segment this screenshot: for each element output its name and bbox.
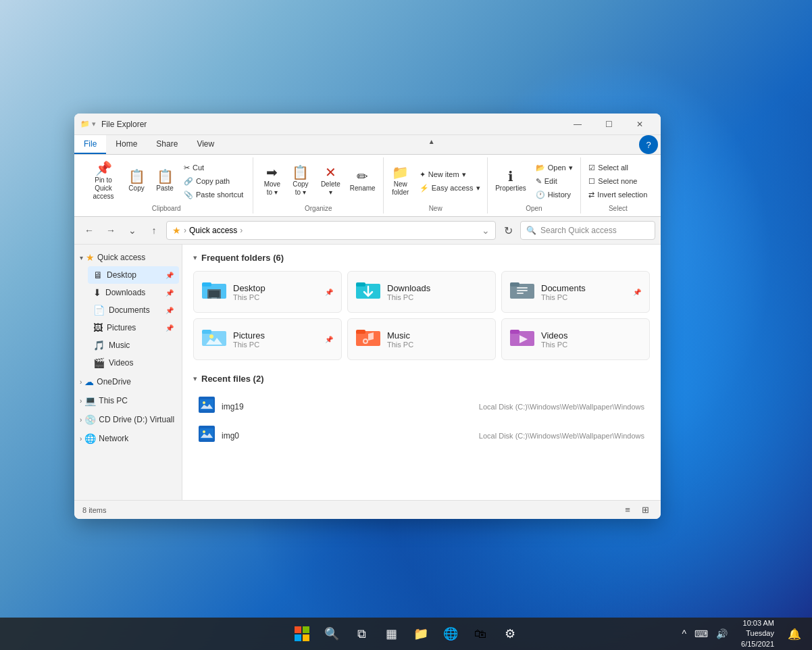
pin-to-quick-access-button[interactable]: 📌 Pin to Quickaccess bbox=[85, 159, 122, 203]
rename-button[interactable]: ✏ Rename bbox=[347, 167, 378, 195]
folder-card-music[interactable]: Music This PC bbox=[347, 318, 496, 360]
pin-indicator-documents: 📌 bbox=[633, 289, 641, 296]
settings-taskbar-button[interactable]: ⚙ bbox=[497, 620, 524, 647]
svg-rect-1 bbox=[202, 282, 211, 286]
folder-name-documents: Documents bbox=[541, 283, 626, 293]
sidebar-item-pictures[interactable]: 🖼 Pictures 📌 bbox=[88, 319, 179, 336]
tab-share[interactable]: Share bbox=[147, 135, 187, 154]
sidebar-item-desktop[interactable]: 🖥 Desktop 📌 bbox=[88, 266, 179, 284]
recent-locations-button[interactable]: ⌄ bbox=[123, 221, 142, 240]
folder-card-downloads[interactable]: Downloads This PC bbox=[347, 271, 496, 313]
edit-icon: ✎ bbox=[536, 177, 542, 186]
history-button[interactable]: 🕐 History bbox=[532, 189, 577, 201]
properties-button[interactable]: ℹ Properties bbox=[491, 167, 530, 195]
rename-icon: ✏ bbox=[357, 170, 368, 183]
cut-button[interactable]: ✂ Cut bbox=[180, 161, 247, 174]
select-all-icon: ☑ bbox=[588, 164, 595, 172]
frequent-folders-title: Frequent folders (6) bbox=[201, 253, 284, 263]
copy-button[interactable]: 📋 Copy bbox=[123, 167, 150, 195]
open-button[interactable]: 📂 Open ▾ bbox=[532, 161, 577, 174]
select-group-items: ☑ Select all ☐ Select none ⇄ Invert sele… bbox=[584, 159, 651, 203]
this-pc-header[interactable]: › 💻 This PC bbox=[74, 392, 182, 409]
volume-icon[interactable]: 🔊 bbox=[713, 626, 730, 642]
organize-group-items: ➡ Moveto ▾ 📋 Copyto ▾ ✕ Delete ▾ ✏ Renam… bbox=[259, 159, 378, 203]
network-section: › 🌐 Network bbox=[74, 430, 182, 447]
sidebar-item-music[interactable]: 🎵 Music bbox=[88, 336, 179, 354]
start-button[interactable] bbox=[288, 620, 315, 647]
quick-access-header[interactable]: ▾ ★ Quick access bbox=[74, 249, 182, 266]
folder-card-videos[interactable]: Videos This PC bbox=[501, 318, 650, 360]
minimize-button[interactable]: — bbox=[562, 114, 593, 135]
back-button[interactable]: ← bbox=[80, 221, 99, 240]
paste-shortcut-button[interactable]: 📎 Paste shortcut bbox=[180, 189, 247, 201]
invert-selection-button[interactable]: ⇄ Invert selection bbox=[584, 189, 651, 201]
copy-to-button[interactable]: 📋 Copyto ▾ bbox=[287, 163, 314, 199]
maximize-button[interactable]: ☐ bbox=[593, 114, 624, 135]
select-all-button[interactable]: ☑ Select all bbox=[584, 161, 651, 174]
paste-icon: 📋 bbox=[157, 170, 174, 183]
store-button[interactable]: 🛍 bbox=[467, 620, 494, 647]
forward-button[interactable]: → bbox=[101, 221, 120, 240]
onedrive-label: OneDrive bbox=[97, 377, 131, 386]
paste-button[interactable]: 📋 Paste bbox=[151, 167, 178, 195]
file-explorer-taskbar-button[interactable]: 📁 bbox=[407, 620, 434, 647]
folder-card-desktop[interactable]: Desktop This PC 📌 bbox=[193, 271, 342, 313]
folder-info-music: Music This PC bbox=[387, 330, 487, 349]
history-icon: 🕐 bbox=[536, 191, 545, 199]
frequent-folders-toggle[interactable]: ▾ bbox=[193, 253, 197, 262]
new-folder-button[interactable]: 📁 Newfolder bbox=[387, 163, 414, 199]
sidebar-item-downloads[interactable]: ⬇ Downloads 📌 bbox=[88, 284, 179, 301]
edge-button[interactable]: 🌐 bbox=[437, 620, 464, 647]
keyboard-icon[interactable]: ⌨ bbox=[692, 626, 711, 642]
file-row-img19[interactable]: img19 Local Disk (C:)\Windows\Web\Wallpa… bbox=[193, 392, 650, 421]
folder-icon-documents bbox=[510, 278, 534, 305]
close-button[interactable]: ✕ bbox=[624, 114, 655, 135]
tab-view[interactable]: View bbox=[187, 135, 224, 154]
system-clock[interactable]: 10:03 AM Tuesday 6/15/2021 bbox=[736, 616, 780, 650]
svg-rect-11 bbox=[517, 293, 524, 294]
folder-sub-pictures: This PC bbox=[233, 341, 318, 349]
copy-path-icon: 🔗 bbox=[184, 177, 193, 186]
widgets-button[interactable]: ▦ bbox=[378, 620, 405, 647]
tray-chevron[interactable]: ^ bbox=[679, 626, 689, 642]
select-none-button[interactable]: ☐ Select none bbox=[584, 175, 651, 188]
sidebar-item-documents[interactable]: 📄 Documents 📌 bbox=[88, 301, 179, 319]
refresh-button[interactable]: ↻ bbox=[499, 221, 517, 240]
folder-card-pictures[interactable]: Pictures This PC 📌 bbox=[193, 318, 342, 360]
tab-home[interactable]: Home bbox=[106, 135, 147, 154]
folder-card-documents[interactable]: Documents This PC 📌 bbox=[501, 271, 650, 313]
sidebar-item-videos[interactable]: 🎬 Videos bbox=[88, 354, 179, 372]
onedrive-header[interactable]: › ☁ OneDrive bbox=[74, 373, 182, 391]
address-input[interactable]: ★ › Quick access › ⌄ bbox=[166, 221, 496, 240]
quick-access-toolbar-icon[interactable]: ▾ bbox=[92, 120, 96, 128]
move-to-button[interactable]: ➡ Moveto ▾ bbox=[259, 163, 286, 199]
svg-point-18 bbox=[364, 340, 367, 343]
grid-view-button[interactable]: ⊞ bbox=[638, 503, 653, 518]
list-view-button[interactable]: ≡ bbox=[620, 503, 635, 518]
recent-files-toggle[interactable]: ▾ bbox=[193, 374, 197, 383]
task-view-button[interactable]: ⧉ bbox=[348, 620, 375, 647]
notification-button[interactable]: 🔔 bbox=[785, 625, 804, 643]
search-box[interactable]: 🔍 Search Quick access bbox=[520, 221, 655, 240]
address-dropdown-icon[interactable]: ⌄ bbox=[482, 225, 490, 236]
delete-button[interactable]: ✕ Delete ▾ bbox=[315, 163, 346, 199]
edit-button[interactable]: ✎ Edit bbox=[532, 175, 577, 188]
quick-access-children: 🖥 Desktop 📌 ⬇ Downloads 📌 📄 Documents 📌 bbox=[74, 266, 182, 372]
help-button[interactable]: ? bbox=[639, 135, 658, 154]
taskbar-center: 🔍 ⧉ ▦ 📁 🌐 🛍 ⚙ bbox=[288, 620, 524, 647]
address-path: Quick access bbox=[189, 226, 237, 235]
new-item-button[interactable]: ✦ New item ▾ bbox=[415, 168, 484, 181]
title-bar: 📁 ▾ File Explorer — ☐ ✕ bbox=[74, 114, 661, 135]
network-header[interactable]: › 🌐 Network bbox=[74, 430, 182, 447]
ribbon-collapse-button[interactable]: ▲ bbox=[426, 135, 438, 147]
file-row-img0[interactable]: img0 Local Disk (C:)\Windows\Web\Wallpap… bbox=[193, 421, 650, 450]
copy-path-button[interactable]: 🔗 Copy path bbox=[180, 175, 247, 188]
up-button[interactable]: ↑ bbox=[145, 221, 163, 240]
easy-access-button[interactable]: ⚡ Easy access ▾ bbox=[415, 182, 484, 195]
clock-time: 10:03 AM bbox=[741, 618, 774, 628]
properties-icon: ℹ bbox=[508, 170, 513, 183]
search-button[interactable]: 🔍 bbox=[318, 620, 345, 647]
tab-file[interactable]: File bbox=[74, 135, 106, 154]
this-pc-label: This PC bbox=[99, 396, 128, 405]
cd-drive-header[interactable]: › 💿 CD Drive (D:) Virtuall bbox=[74, 411, 182, 428]
